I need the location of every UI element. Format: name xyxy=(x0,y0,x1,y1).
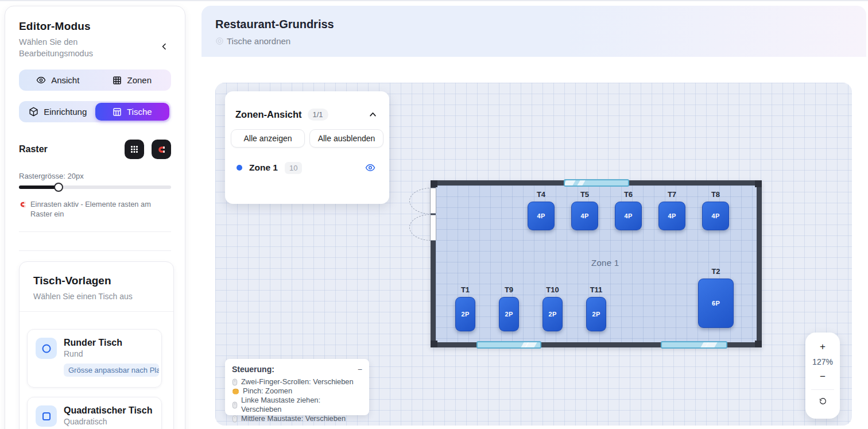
reset-view-button[interactable] xyxy=(805,393,840,408)
grid-size-label: Rastergrösse: 20px xyxy=(19,172,171,180)
table-label: T7 xyxy=(658,190,685,199)
window-bottom-left xyxy=(476,341,541,349)
restaurant-floorplan[interactable]: Zone 1 T4 4P T5 4P T6 4P T7 4P T8 4P xyxy=(431,180,762,347)
table-label: T10 xyxy=(542,285,563,294)
snap-status-text: Einrasten aktiv - Elemente rasten am Ras… xyxy=(30,200,171,219)
zoom-controls: + 127% − xyxy=(805,333,840,419)
table-T9[interactable]: 2P xyxy=(499,297,519,331)
tab-ansicht[interactable]: Ansicht xyxy=(21,71,95,89)
tab-tische[interactable]: Tische xyxy=(95,103,170,121)
template-square-table[interactable]: Quadratischer Tisch Quadratisch Grösse a… xyxy=(27,397,162,429)
zoom-level: 127% xyxy=(812,357,833,366)
chevron-left-icon xyxy=(161,43,168,50)
door-panel xyxy=(430,215,436,241)
zone-area-label: Zone 1 xyxy=(591,258,619,268)
zoom-out-button[interactable]: − xyxy=(805,369,840,384)
raster-section-title: Raster xyxy=(19,144,48,154)
window-top xyxy=(564,179,629,187)
zone-table-count-badge: 10 xyxy=(285,162,302,174)
zones-panel-title: Zonen-Ansicht xyxy=(235,109,302,120)
table-label: T5 xyxy=(571,190,598,199)
control-hint: Zwei-Finger-Scrollen: Verschieben xyxy=(232,377,362,387)
mode-toggle-row-2: Einrichtung Tische xyxy=(19,101,171,122)
page-title: Restaurant-Grundriss xyxy=(215,18,852,31)
table-label: T1 xyxy=(455,285,475,294)
divider xyxy=(19,231,171,232)
template-name: Quadratischer Tisch xyxy=(64,405,159,416)
wall-corner xyxy=(431,180,437,187)
table-T8[interactable]: 4P xyxy=(702,202,729,230)
template-shape: Quadratisch xyxy=(64,417,159,426)
rotate-ccw-icon xyxy=(805,397,840,405)
divider xyxy=(811,389,834,390)
table-T11[interactable]: 2P xyxy=(586,297,606,331)
zoom-in-button[interactable]: + xyxy=(805,339,840,354)
control-hint: Pinch: Zoomen xyxy=(232,387,362,396)
app-root: Editor-Modus Wählen Sie den Bearbeitungs… xyxy=(0,0,868,429)
zone-color-dot xyxy=(237,165,242,171)
zones-view-panel: Zonen-Ansicht 1/1 Alle anzeigen Alle aus… xyxy=(225,91,389,204)
tab-einrichtung[interactable]: Einrichtung xyxy=(21,103,95,121)
control-hint: Mittlere Maustaste: Verschieben xyxy=(232,414,362,423)
mouse-icon xyxy=(232,415,238,423)
table-T5[interactable]: 4P xyxy=(571,202,598,230)
table-T4[interactable]: 4P xyxy=(528,202,555,230)
grid-dots-icon xyxy=(130,145,139,154)
snap-toggle-button[interactable] xyxy=(152,140,171,159)
table-label: T9 xyxy=(499,285,519,294)
grid-icon xyxy=(113,76,122,85)
minimize-controls-button[interactable]: − xyxy=(358,365,362,374)
zone-visibility-button[interactable] xyxy=(363,160,378,175)
tab-tische-label: Tische xyxy=(127,107,152,117)
wall-corner xyxy=(755,180,762,187)
hide-all-zones-button[interactable]: Alle ausblenden xyxy=(309,129,383,148)
templates-subtitle: Wählen Sie einen Tisch aus xyxy=(33,292,160,301)
sidebar-subtitle: Wählen Sie den Bearbeitungsmodus xyxy=(19,36,122,59)
table-T7[interactable]: 4P xyxy=(658,202,685,230)
table-label: T11 xyxy=(586,285,606,294)
zone-list-item: Zone 1 10 xyxy=(231,160,383,175)
eye-icon xyxy=(365,163,375,173)
template-name: Runder Tisch xyxy=(64,338,159,348)
table-label: T6 xyxy=(615,190,642,199)
table-T10[interactable]: 2P xyxy=(542,297,563,331)
magnet-icon xyxy=(157,145,166,154)
window-bottom-right xyxy=(661,341,727,349)
template-round-table[interactable]: Runder Tisch Rund Grösse anpassbar nach … xyxy=(27,329,162,388)
table-label: T4 xyxy=(528,190,555,199)
template-badge: Grösse anpassbar nach Platzi xyxy=(64,364,159,377)
plate-icon xyxy=(215,37,224,45)
table-grid-icon xyxy=(113,107,122,117)
editor-sidebar: Editor-Modus Wählen Sie den Bearbeitungs… xyxy=(5,6,185,429)
controls-title: Steuerung: xyxy=(232,365,274,374)
table-T1[interactable]: 2P xyxy=(455,297,475,331)
collapse-zones-panel-button[interactable] xyxy=(367,109,379,121)
grid-size-slider[interactable] xyxy=(19,183,171,192)
eye-icon xyxy=(36,75,46,85)
table-label: T2 xyxy=(698,267,734,276)
mouse-icon xyxy=(232,378,238,386)
box-icon xyxy=(29,107,38,117)
magnet-inline-icon xyxy=(19,200,27,219)
tab-ansicht-label: Ansicht xyxy=(51,75,79,85)
table-templates-card: Tisch-Vorlagen Wählen Sie einen Tisch au… xyxy=(19,261,174,429)
table-T6[interactable]: 4P xyxy=(615,202,642,230)
sidebar-title: Editor-Modus xyxy=(19,20,122,33)
templates-title: Tisch-Vorlagen xyxy=(33,275,160,287)
divider xyxy=(19,250,171,251)
template-shape: Rund xyxy=(64,349,159,358)
zone-name: Zone 1 xyxy=(249,163,278,173)
slider-thumb[interactable] xyxy=(54,183,63,192)
tab-zonen[interactable]: Zonen xyxy=(95,71,170,89)
floorplan-canvas[interactable]: Zonen-Ansicht 1/1 Alle anzeigen Alle aus… xyxy=(215,83,852,426)
circle-icon xyxy=(36,338,57,359)
table-T2[interactable]: 6P xyxy=(698,279,734,328)
collapse-sidebar-button[interactable] xyxy=(157,40,171,53)
page-header: Restaurant-Grundriss Tische anordnen xyxy=(202,6,866,57)
door-panel xyxy=(430,188,436,214)
grid-visibility-button[interactable] xyxy=(125,140,144,159)
show-all-zones-button[interactable]: Alle anzeigen xyxy=(231,129,305,148)
pinch-icon xyxy=(232,388,239,395)
slider-fill xyxy=(19,185,59,189)
controls-help-panel: Steuerung: − Zwei-Finger-Scrollen: Versc… xyxy=(225,359,369,415)
